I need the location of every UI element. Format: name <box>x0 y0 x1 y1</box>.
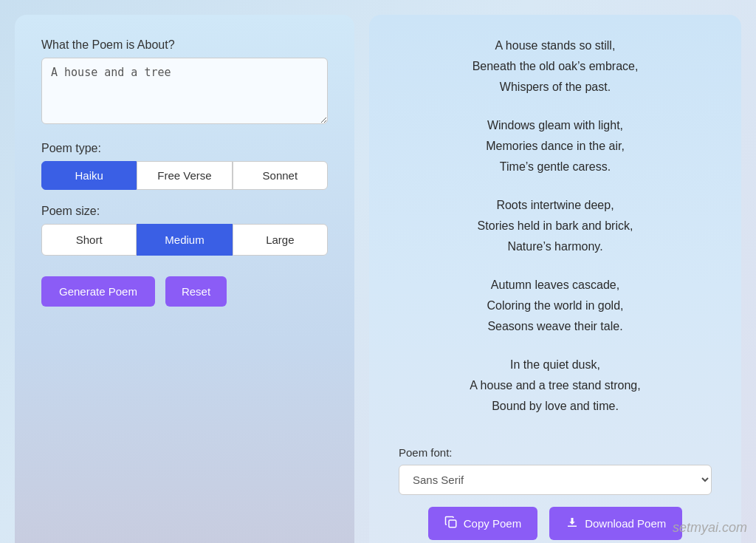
font-select[interactable]: Sans Serif Serif Monospace Cursive <box>399 465 712 495</box>
right-panel: A house stands so still, Beneath the old… <box>369 15 741 543</box>
poem-line: A house stands so still, <box>399 35 712 56</box>
poem-stanza-2: Windows gleam with light, Memories dance… <box>399 115 712 177</box>
poem-display: A house stands so still, Beneath the old… <box>399 35 712 434</box>
font-section: Poem font: Sans Serif Serif Monospace Cu… <box>399 446 712 495</box>
poem-type-label: Poem type: <box>41 142 328 155</box>
reset-button[interactable]: Reset <box>165 276 227 307</box>
action-buttons: Generate Poem Reset <box>41 276 328 307</box>
poem-line: Whispers of the past. <box>399 77 712 98</box>
copy-label: Copy Poem <box>464 517 521 530</box>
poem-type-free-verse[interactable]: Free Verse <box>137 161 232 190</box>
poem-line: In the quiet dusk, <box>399 355 712 375</box>
poem-size-short[interactable]: Short <box>41 224 137 256</box>
poem-line: Stories held in bark and brick, <box>399 216 712 236</box>
poem-line: Memories dance in the air, <box>399 136 712 157</box>
poem-stanza-5: In the quiet dusk, A house and a tree st… <box>399 355 712 417</box>
poem-line: Seasons weave their tale. <box>399 316 712 337</box>
poem-line: Beneath the old oak’s embrace, <box>399 56 712 77</box>
poem-stanza-4: Autumn leaves cascade, Coloring the worl… <box>399 275 712 337</box>
poem-line: Nature’s harmony. <box>399 236 712 257</box>
download-label: Download Poem <box>585 517 666 530</box>
poem-line: A house and a tree stand strong, <box>399 375 712 396</box>
poem-line: Coloring the world in gold, <box>399 296 712 316</box>
poem-type-section: Poem type: Haiku Free Verse Sonnet <box>41 142 328 190</box>
topic-label: What the Poem is About? <box>41 38 328 52</box>
topic-textarea[interactable]: A house and a tree <box>41 58 328 124</box>
poem-size-large[interactable]: Large <box>233 224 328 256</box>
poem-line: Time’s gentle caress. <box>399 157 712 177</box>
download-icon <box>566 516 579 531</box>
left-panel: What the Poem is About? A house and a tr… <box>15 15 354 543</box>
main-container: What the Poem is About? A house and a tr… <box>0 0 756 543</box>
download-poem-button[interactable]: Download Poem <box>549 507 682 540</box>
topic-section: What the Poem is About? A house and a tr… <box>41 38 328 127</box>
poem-size-label: Poem size: <box>41 205 328 218</box>
poem-type-haiku[interactable]: Haiku <box>41 161 137 190</box>
poem-stanza-1: A house stands so still, Beneath the old… <box>399 35 712 98</box>
font-label: Poem font: <box>399 446 712 459</box>
poem-line: Autumn leaves cascade, <box>399 275 712 296</box>
poem-type-group: Haiku Free Verse Sonnet <box>41 161 328 190</box>
poem-line: Roots intertwine deep, <box>399 195 712 216</box>
copy-icon <box>444 516 458 531</box>
bottom-buttons: Copy Poem Download Poem <box>399 507 712 540</box>
generate-poem-button[interactable]: Generate Poem <box>41 276 155 307</box>
poem-size-section: Poem size: Short Medium Large <box>41 205 328 256</box>
svg-rect-0 <box>449 520 456 527</box>
poem-type-sonnet[interactable]: Sonnet <box>233 161 328 190</box>
poem-size-group: Short Medium Large <box>41 224 328 256</box>
poem-line: Windows gleam with light, <box>399 115 712 136</box>
poem-line: Bound by love and time. <box>399 396 712 417</box>
copy-poem-button[interactable]: Copy Poem <box>428 507 537 540</box>
poem-size-medium[interactable]: Medium <box>137 224 232 256</box>
poem-stanza-3: Roots intertwine deep, Stories held in b… <box>399 195 712 257</box>
